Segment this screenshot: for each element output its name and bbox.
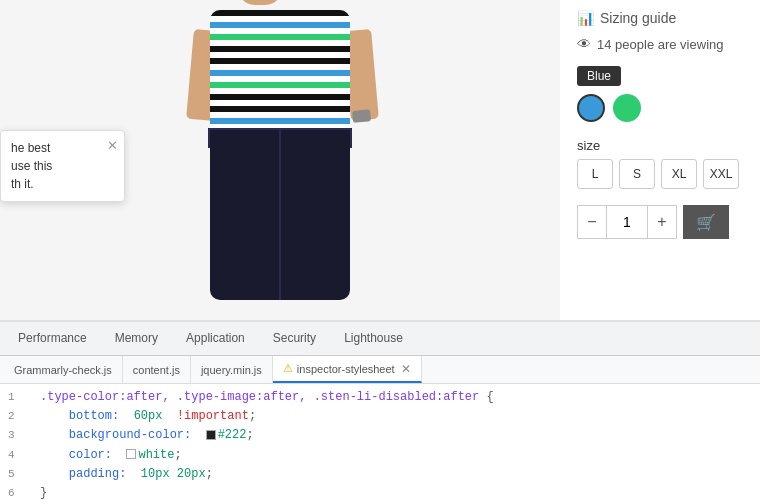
code-line-5: 5 padding: 10px 20px;	[0, 465, 760, 484]
devtools-panel: Performance Memory Application Security …	[0, 320, 760, 504]
viewers-text: 14 people are viewing	[597, 37, 723, 52]
sizing-guide-link[interactable]: Sizing guide	[600, 10, 676, 26]
size-btn-l[interactable]: L	[577, 159, 613, 189]
code-line-1: 1 .type-color:after, .type-image:after, …	[0, 388, 760, 407]
size-label: size	[577, 138, 748, 153]
grammarly-tab-label: Grammarly-check.js	[14, 364, 112, 376]
size-btn-xl[interactable]: XL	[661, 159, 697, 189]
tab-security[interactable]: Security	[259, 325, 330, 353]
tooltip-line3: th it.	[11, 175, 114, 193]
tooltip-line1: he best	[11, 139, 114, 157]
color-swatch-green[interactable]	[613, 94, 641, 122]
tab-lighthouse[interactable]: Lighthouse	[330, 325, 417, 353]
line-number-3: 3	[8, 427, 28, 445]
code-content-6: }	[40, 484, 47, 503]
add-to-cart-button[interactable]: 🛒	[683, 205, 729, 239]
tab-application[interactable]: Application	[172, 325, 259, 353]
jquery-tab-label: jquery.min.js	[201, 364, 262, 376]
quantity-input[interactable]	[607, 205, 647, 239]
code-content-5: padding: 10px 20px;	[40, 465, 213, 484]
quantity-minus-button[interactable]: −	[577, 205, 607, 239]
code-editor[interactable]: 1 .type-color:after, .type-image:after, …	[0, 384, 760, 504]
model-head	[235, 0, 285, 5]
code-line-4: 4 color: white;	[0, 446, 760, 465]
color-swatch-blue[interactable]	[577, 94, 605, 122]
line-number-1: 1	[8, 389, 28, 407]
color-swatch-white	[126, 449, 136, 459]
tab-performance[interactable]: Performance	[4, 325, 101, 353]
quantity-row: − + 🛒	[577, 205, 748, 239]
color-options	[577, 94, 748, 122]
chart-icon: 📊	[577, 10, 594, 26]
color-selected-badge: Blue	[577, 66, 621, 86]
code-line-3: 3 background-color: #222;	[0, 426, 760, 445]
product-shirt	[210, 10, 350, 140]
file-tab-inspector[interactable]: ⚠ inspector-stylesheet ✕	[273, 356, 422, 383]
devtools-tab-bar: Performance Memory Application Security …	[0, 322, 760, 356]
code-content-3: background-color: #222;	[40, 426, 254, 445]
tab-memory[interactable]: Memory	[101, 325, 172, 353]
product-pants	[210, 130, 350, 300]
right-panel: 📊 Sizing guide 👁 14 people are viewing B…	[565, 0, 760, 320]
viewers-row: 👁 14 people are viewing	[577, 36, 748, 52]
tooltip-close-button[interactable]: ✕	[107, 136, 118, 156]
warning-icon: ⚠	[283, 362, 293, 375]
file-tab-jquery[interactable]: jquery.min.js	[191, 356, 273, 383]
eye-icon: 👁	[577, 36, 591, 52]
code-content-2: bottom: 60px !important;	[40, 407, 256, 426]
file-tab-grammarly[interactable]: Grammarly-check.js	[4, 356, 123, 383]
file-tab-bar: Grammarly-check.js content.js jquery.min…	[0, 356, 760, 384]
cart-icon: 🛒	[696, 213, 716, 232]
size-btn-s[interactable]: S	[619, 159, 655, 189]
code-line-6: 6 }	[0, 484, 760, 503]
code-content-4: color: white;	[40, 446, 182, 465]
inspector-tab-close[interactable]: ✕	[401, 362, 411, 376]
line-number-2: 2	[8, 408, 28, 426]
tooltip-popup: ✕ he best use this th it.	[0, 130, 125, 202]
quantity-plus-button[interactable]: +	[647, 205, 677, 239]
inspector-tab-label: inspector-stylesheet	[297, 363, 395, 375]
line-number-5: 5	[8, 466, 28, 484]
model-watch	[352, 109, 371, 123]
size-options: L S XL XXL	[577, 159, 748, 189]
tooltip-line2: use this	[11, 157, 114, 175]
color-swatch-dark	[206, 430, 216, 440]
file-tab-content[interactable]: content.js	[123, 356, 191, 383]
pants-seam	[279, 130, 281, 300]
content-tab-label: content.js	[133, 364, 180, 376]
line-number-6: 6	[8, 485, 28, 503]
code-line-2: 2 bottom: 60px !important;	[0, 407, 760, 426]
line-number-4: 4	[8, 447, 28, 465]
code-content-1: .type-color:after, .type-image:after, .s…	[40, 388, 494, 407]
product-model	[180, 10, 380, 320]
sizing-guide-row: 📊 Sizing guide	[577, 10, 748, 26]
size-btn-xxl[interactable]: XXL	[703, 159, 739, 189]
